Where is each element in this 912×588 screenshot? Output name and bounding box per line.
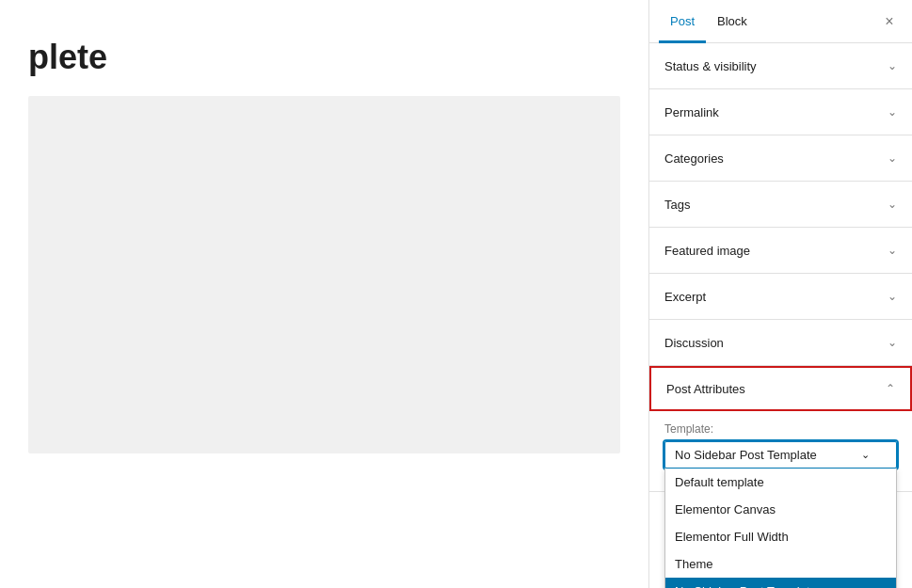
- template-option-no-sidebar[interactable]: No Sidebar Post Template: [665, 578, 896, 588]
- section-categories-header[interactable]: Categories ⌄: [649, 135, 912, 181]
- section-discussion-header[interactable]: Discussion ⌄: [649, 320, 912, 365]
- section-excerpt: Excerpt ⌄: [649, 274, 912, 320]
- chevron-down-icon: ⌄: [861, 449, 870, 461]
- editor-title: plete: [28, 38, 620, 77]
- sidebar-panel: Post Block × Status & visibility ⌄ Perma…: [648, 0, 912, 588]
- section-status-visibility: Status & visibility ⌄: [649, 43, 912, 89]
- section-discussion-label: Discussion: [664, 336, 724, 350]
- template-label: Template:: [664, 422, 897, 436]
- editor-area: plete: [0, 0, 648, 588]
- template-option-theme[interactable]: Theme: [665, 550, 896, 578]
- chevron-down-icon: ⌄: [888, 59, 897, 72]
- section-permalink: Permalink ⌄: [649, 89, 912, 135]
- tab-block[interactable]: Block: [706, 1, 759, 43]
- section-post-attributes-label: Post Attributes: [666, 382, 745, 396]
- section-featured-image-header[interactable]: Featured image ⌄: [649, 228, 912, 273]
- tab-post[interactable]: Post: [659, 1, 706, 43]
- section-tags: Tags ⌄: [649, 182, 912, 228]
- panel-header: Post Block ×: [649, 0, 912, 43]
- section-tags-label: Tags: [664, 198, 690, 212]
- section-post-attributes-header[interactable]: Post Attributes ⌃: [649, 366, 912, 411]
- panel-tabs: Post Block: [659, 0, 876, 42]
- template-select-wrapper: No Sidebar Post Template ⌄ Default templ…: [664, 441, 897, 469]
- section-featured-image-label: Featured image: [664, 244, 750, 258]
- section-status-visibility-header[interactable]: Status & visibility ⌄: [649, 43, 912, 88]
- chevron-down-icon: ⌄: [888, 105, 897, 119]
- section-tags-header[interactable]: Tags ⌄: [649, 182, 912, 227]
- section-post-attributes: Post Attributes ⌃ Template: No Sidebar P…: [649, 366, 912, 492]
- close-button[interactable]: ×: [876, 8, 903, 35]
- template-dropdown: Default template Elementor Canvas Elemen…: [664, 469, 897, 588]
- section-permalink-label: Permalink: [664, 105, 719, 119]
- chevron-down-icon: ⌄: [888, 198, 897, 211]
- template-option-elementor-full-width[interactable]: Elementor Full Width: [665, 523, 896, 550]
- chevron-down-icon: ⌄: [888, 244, 897, 257]
- section-featured-image: Featured image ⌄: [649, 228, 912, 274]
- section-excerpt-label: Excerpt: [664, 290, 706, 304]
- chevron-up-icon: ⌃: [886, 382, 895, 395]
- chevron-down-icon: ⌄: [888, 290, 897, 303]
- template-option-default[interactable]: Default template: [665, 469, 896, 496]
- section-permalink-header[interactable]: Permalink ⌄: [649, 89, 912, 135]
- section-categories: Categories ⌄: [649, 135, 912, 182]
- post-attributes-content: Template: No Sidebar Post Template ⌄ Def…: [649, 411, 912, 491]
- chevron-down-icon: ⌄: [888, 336, 897, 349]
- section-discussion: Discussion ⌄: [649, 320, 912, 366]
- editor-content[interactable]: [28, 96, 620, 453]
- section-status-visibility-label: Status & visibility: [664, 59, 757, 73]
- section-excerpt-header[interactable]: Excerpt ⌄: [649, 274, 912, 319]
- template-select[interactable]: No Sidebar Post Template ⌄: [664, 441, 897, 469]
- panel-sections: Status & visibility ⌄ Permalink ⌄ Catego…: [649, 43, 912, 588]
- chevron-down-icon: ⌄: [888, 151, 897, 165]
- template-option-elementor-canvas[interactable]: Elementor Canvas: [665, 496, 896, 523]
- template-selected-value: No Sidebar Post Template: [675, 448, 817, 462]
- section-categories-label: Categories: [664, 151, 724, 166]
